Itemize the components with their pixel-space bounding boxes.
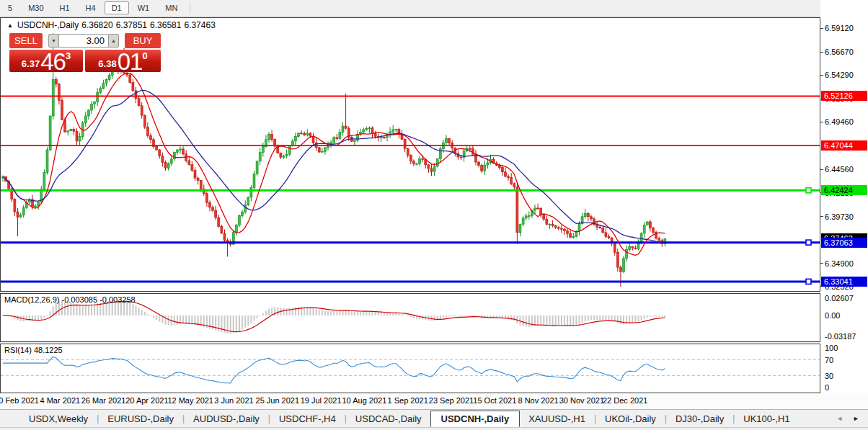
price-tick-label: 6.56670 bbox=[825, 47, 854, 57]
sell-button[interactable]: SELL bbox=[9, 33, 43, 48]
macd-label: MACD(12,26,9) -0.003085 -0.003258 bbox=[4, 295, 136, 304]
timeframe-button-m30[interactable]: M30 bbox=[21, 1, 50, 14]
sell-price-sup: 3 bbox=[66, 50, 71, 61]
price-tick-label: 6.54290 bbox=[825, 70, 854, 80]
tab-usdcad-daily[interactable]: USDCAD-,Daily bbox=[347, 411, 430, 426]
rsi-axis-label: 30 bbox=[825, 372, 833, 380]
tab-scroll-arrows: ◄► bbox=[836, 410, 859, 427]
date-label: 8 Nov 2021 bbox=[518, 396, 558, 405]
price-line-label: 6.47044 bbox=[821, 140, 867, 151]
tab-usdcnh-daily[interactable]: USDCNH-,Daily bbox=[430, 411, 521, 427]
price-tick-label: 6.39730 bbox=[825, 212, 854, 222]
price-tick-dash bbox=[820, 169, 823, 170]
date-label: 3 Jun 2021 bbox=[214, 396, 253, 405]
tab-ukoil-daily[interactable]: UKOil-,Daily bbox=[596, 411, 665, 426]
rsi-axis-label: 0 bbox=[825, 383, 829, 392]
buy-price-sup: 0 bbox=[142, 50, 147, 61]
tab-dj30-daily[interactable]: DJ30-,Daily bbox=[667, 411, 732, 426]
tab-usdchf-h4[interactable]: USDCHF-,H4 bbox=[270, 411, 345, 426]
macd-axis-label: 0.02607 bbox=[825, 294, 854, 303]
tab-xauusd-h1[interactable]: XAUUSD-,H1 bbox=[520, 411, 594, 426]
sell-price-big: 46 bbox=[40, 51, 66, 72]
price-tick-label: 6.44560 bbox=[825, 164, 854, 174]
buy-price-small: 6.38 bbox=[98, 58, 116, 69]
chart-tab-bar: USDX,Weekly|EURUSD-,Daily|AUDUSD-,Daily|… bbox=[0, 409, 868, 428]
date-label: 20 Apr 2021 bbox=[125, 396, 168, 405]
timeframe-button-d1[interactable]: D1 bbox=[105, 1, 129, 14]
timeframe-button-5[interactable]: 5 bbox=[1, 1, 19, 14]
tab-scroll-left-icon[interactable]: ◄ bbox=[836, 410, 843, 427]
date-label: 4 Mar 2021 bbox=[40, 396, 80, 405]
ohlc-open: 6.36820 bbox=[81, 20, 112, 30]
volume-down-icon: ▼ bbox=[51, 38, 56, 43]
date-label: 12 May 2021 bbox=[167, 396, 213, 405]
price-axis: 6.591206.566706.542906.518406.494606.445… bbox=[820, 0, 868, 393]
chart-graphics bbox=[1, 344, 820, 393]
price-tick-label: 6.59120 bbox=[825, 23, 854, 33]
price-tick-dash bbox=[820, 28, 823, 29]
price-tick-dash bbox=[820, 263, 823, 264]
buy-price-big: 01 bbox=[118, 51, 143, 72]
timeframe-button-mn[interactable]: MN bbox=[158, 1, 185, 14]
volume-increase-button[interactable]: ▲ bbox=[108, 34, 119, 48]
rsi-axis-label: 100 bbox=[825, 344, 838, 352]
rsi-canvas bbox=[1, 344, 820, 393]
tabs-wrap: USDX,Weekly|EURUSD-,Daily|AUDUSD-,Daily|… bbox=[0, 410, 799, 427]
buy-button[interactable]: BUY bbox=[125, 33, 161, 48]
one-click-trading-widget: SELL ▼ 3.00 ▲ BUY 6.37 46 3 6.38 01 0 bbox=[9, 33, 162, 72]
price-tick-dash bbox=[820, 75, 823, 76]
ohlc-close: 6.37463 bbox=[184, 20, 215, 30]
date-label: 19 Jul 2021 bbox=[301, 396, 342, 405]
date-label: 10 Feb 2021 bbox=[0, 396, 39, 405]
price-line-label: 6.42424 bbox=[821, 185, 867, 195]
date-axis: 10 Feb 20214 Mar 202126 Mar 202120 Apr 2… bbox=[0, 393, 868, 409]
sell-price-small: 6.37 bbox=[22, 58, 40, 69]
macd-pane: MACD(12,26,9) -0.003085 -0.003258 bbox=[0, 293, 820, 342]
buy-quote-button[interactable]: 6.38 01 0 bbox=[85, 50, 161, 72]
timeframe-toolbar: 5M30H1H4D1W1MN bbox=[0, 0, 868, 17]
main-chart-pane: ▲USDCNH-,Daily6.368206.378516.365816.374… bbox=[0, 17, 820, 292]
date-label: 10 Aug 2021 bbox=[342, 396, 386, 405]
mt4-window: 5M30H1H4D1W1MN ▲USDCNH-,Daily6.368206.37… bbox=[0, 0, 868, 430]
rsi-label: RSI(14) 48.1225 bbox=[4, 346, 63, 354]
price-line-label: 6.37063 bbox=[821, 238, 867, 248]
date-label: 1 Sep 2021 bbox=[388, 396, 428, 405]
date-label: 23 Sep 2021 bbox=[429, 396, 474, 405]
volume-input[interactable]: 3.00 bbox=[59, 34, 108, 48]
price-tick-dash bbox=[820, 216, 823, 217]
tab-uk100-h1[interactable]: UK100-,H1 bbox=[735, 411, 798, 426]
ohlc-high: 6.37851 bbox=[116, 20, 147, 30]
price-tick-dash bbox=[820, 52, 823, 53]
date-label: 25 Jun 2021 bbox=[256, 396, 300, 405]
price-tick-label: 6.49460 bbox=[825, 117, 854, 127]
macd-axis-label: -0.03187 bbox=[825, 332, 856, 341]
tab-eurusd-daily[interactable]: EURUSD-,Daily bbox=[99, 411, 182, 426]
macd-axis-label: 0.00 bbox=[825, 311, 840, 320]
sell-quote-button[interactable]: 6.37 46 3 bbox=[9, 50, 83, 72]
timeframe-button-h4[interactable]: H4 bbox=[79, 1, 103, 14]
date-label: 15 Oct 2021 bbox=[473, 396, 516, 405]
price-tick-label: 6.34900 bbox=[825, 259, 854, 269]
rsi-axis-label: 70 bbox=[825, 356, 833, 364]
timeframe-button-w1[interactable]: W1 bbox=[130, 1, 157, 14]
tab-usdx-weekly[interactable]: USDX,Weekly bbox=[20, 411, 97, 426]
date-label: 22 Dec 2021 bbox=[603, 396, 647, 405]
volume-up-icon: ▲ bbox=[111, 38, 116, 43]
chart-symbol-title: USDCNH-,Daily bbox=[17, 20, 79, 30]
price-tick-dash bbox=[820, 122, 823, 122]
timeframe-button-h1[interactable]: H1 bbox=[53, 1, 77, 14]
tab-scroll-right-icon[interactable]: ► bbox=[853, 410, 859, 427]
rsi-pane: RSI(14) 48.1225 bbox=[0, 344, 820, 393]
volume-decrease-button[interactable]: ▼ bbox=[48, 34, 59, 48]
chart-header: ▲USDCNH-,Daily6.368206.378516.365816.374… bbox=[7, 20, 218, 30]
ohlc-low: 6.36581 bbox=[150, 20, 181, 30]
price-line-label: 6.52126 bbox=[821, 91, 867, 101]
tab-audusd-daily[interactable]: AUDUSD-,Daily bbox=[185, 411, 268, 426]
date-label: 26 Mar 2021 bbox=[81, 396, 126, 405]
collapse-icon[interactable]: ▲ bbox=[7, 22, 13, 29]
date-label: 30 Nov 2021 bbox=[559, 396, 604, 405]
price-line-label: 6.33041 bbox=[821, 277, 867, 287]
toolbar-separator bbox=[190, 2, 190, 14]
